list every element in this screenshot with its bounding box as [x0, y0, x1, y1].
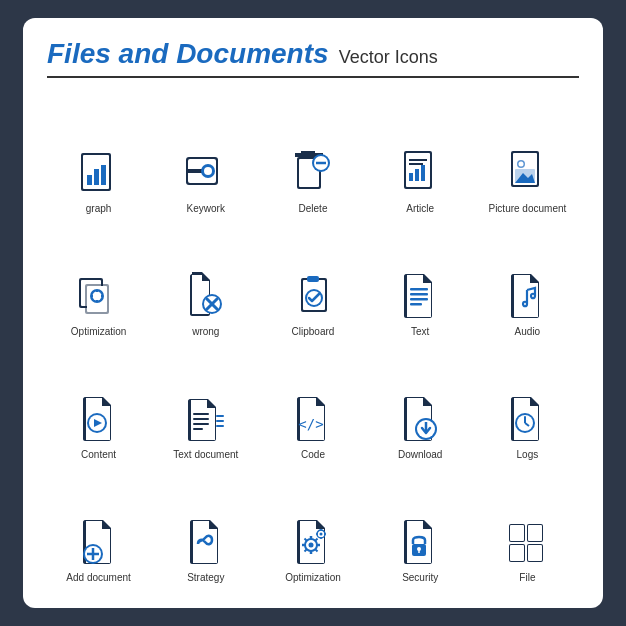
- icon-code: </> Code: [261, 346, 364, 465]
- file-icon: [501, 516, 553, 568]
- icons-grid: graph Keywork: [47, 100, 579, 588]
- clipboard-icon: [287, 270, 339, 322]
- text-label: Text: [411, 326, 429, 338]
- svg-point-87: [319, 533, 322, 536]
- svg-rect-22: [409, 159, 427, 161]
- title-main: Files and Documents: [47, 38, 329, 70]
- icon-optimization1: Optimization: [47, 223, 150, 342]
- icon-security: Security: [369, 469, 472, 588]
- logs-icon: [501, 393, 553, 445]
- keywork-icon: [180, 147, 232, 199]
- svg-rect-20: [415, 169, 419, 181]
- optimization2-icon: [287, 516, 339, 568]
- svg-rect-62: [216, 425, 224, 427]
- svg-rect-4: [101, 165, 106, 185]
- svg-rect-98: [528, 525, 542, 541]
- icon-clipboard: Clipboard: [261, 223, 364, 342]
- header: Files and Documents Vector Icons: [47, 38, 579, 90]
- svg-rect-102: [528, 545, 542, 561]
- icon-logs: Logs: [476, 346, 579, 465]
- icon-wrong: wrong: [154, 223, 257, 342]
- logs-label: Logs: [517, 449, 539, 461]
- svg-rect-50: [410, 293, 428, 296]
- svg-rect-21: [421, 165, 425, 181]
- svg-point-77: [308, 543, 313, 548]
- svg-rect-51: [410, 298, 428, 301]
- code-label: Code: [301, 449, 325, 461]
- svg-rect-56: [193, 413, 209, 415]
- optimization1-label: Optimization: [71, 326, 127, 338]
- svg-rect-52: [410, 303, 422, 306]
- icon-optimization2: Optimization: [261, 469, 364, 588]
- svg-rect-2: [87, 175, 92, 185]
- article-icon: [394, 147, 446, 199]
- icon-article: Article: [369, 100, 472, 219]
- add-document-label: Add document: [66, 572, 131, 584]
- icon-file: File: [476, 469, 579, 588]
- download-icon: [394, 393, 446, 445]
- text-icon: [394, 270, 446, 322]
- strategy-label: Strategy: [187, 572, 224, 584]
- svg-rect-58: [193, 423, 209, 425]
- svg-rect-23: [409, 163, 423, 165]
- svg-text:</>: </>: [298, 416, 323, 432]
- article-label: Article: [406, 203, 434, 215]
- icon-picture-document: Picture document: [476, 100, 579, 219]
- delete-icon: [287, 147, 339, 199]
- card: Files and Documents Vector Icons graph: [23, 18, 603, 608]
- picture-document-label: Picture document: [488, 203, 566, 215]
- optimization1-icon: [73, 270, 125, 322]
- audio-icon: [501, 270, 553, 322]
- keywork-label: Keywork: [187, 203, 225, 215]
- svg-rect-19: [409, 173, 413, 181]
- title-row: Files and Documents Vector Icons: [47, 38, 579, 70]
- svg-rect-57: [193, 418, 209, 420]
- graph-icon: [73, 147, 125, 199]
- content-label: Content: [81, 449, 116, 461]
- svg-point-11: [192, 169, 196, 173]
- svg-rect-49: [410, 288, 428, 291]
- strategy-icon: [180, 516, 232, 568]
- icon-delete: Delete: [261, 100, 364, 219]
- text-document-icon: [180, 393, 232, 445]
- svg-rect-46: [307, 276, 319, 282]
- add-document-icon: [73, 516, 125, 568]
- text-document-label: Text document: [173, 449, 238, 461]
- svg-rect-61: [216, 420, 224, 422]
- audio-label: Audio: [515, 326, 541, 338]
- title-sub: Vector Icons: [339, 47, 438, 68]
- svg-rect-60: [216, 415, 224, 417]
- svg-point-35: [92, 292, 101, 301]
- wrong-icon: [180, 270, 232, 322]
- clipboard-label: Clipboard: [292, 326, 335, 338]
- code-icon: </>: [287, 393, 339, 445]
- divider: [47, 76, 579, 78]
- delete-label: Delete: [299, 203, 328, 215]
- download-label: Download: [398, 449, 442, 461]
- svg-rect-59: [193, 428, 203, 430]
- svg-point-71: [524, 416, 526, 418]
- svg-rect-100: [510, 545, 524, 561]
- icon-add-document: Add document: [47, 469, 150, 588]
- icon-audio: Audio: [476, 223, 579, 342]
- wrong-label: wrong: [192, 326, 219, 338]
- icon-content: Content: [47, 346, 150, 465]
- security-label: Security: [402, 572, 438, 584]
- content-icon: [73, 393, 125, 445]
- icon-text: Text: [369, 223, 472, 342]
- icon-text-document: Text document: [154, 346, 257, 465]
- optimization2-label: Optimization: [285, 572, 341, 584]
- file-label: File: [519, 572, 535, 584]
- icon-keywork: Keywork: [154, 100, 257, 219]
- icon-graph: graph: [47, 100, 150, 219]
- picture-document-icon: [501, 147, 553, 199]
- icon-strategy: Strategy: [154, 469, 257, 588]
- svg-point-9: [204, 167, 212, 175]
- icon-download: Download: [369, 346, 472, 465]
- security-icon: [394, 516, 446, 568]
- svg-rect-96: [510, 525, 524, 541]
- svg-rect-3: [94, 169, 99, 185]
- graph-label: graph: [86, 203, 112, 215]
- svg-point-29: [519, 162, 524, 167]
